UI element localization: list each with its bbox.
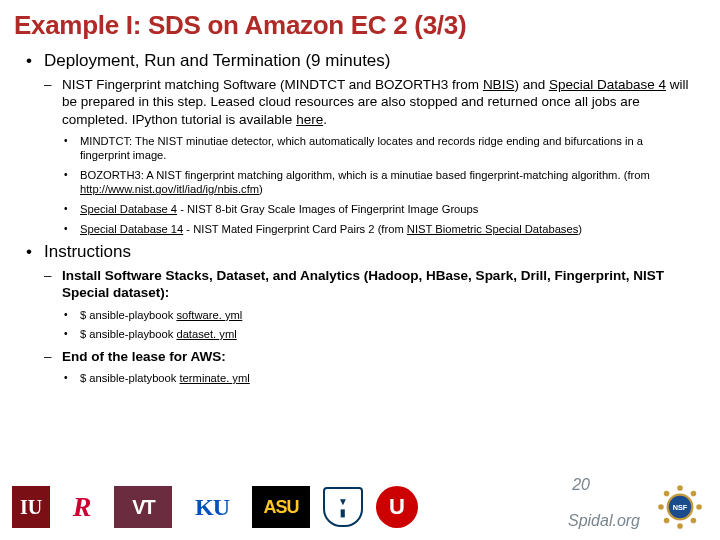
page-number: 20 — [572, 476, 590, 494]
svg-point-4 — [696, 504, 702, 510]
svg-point-8 — [658, 504, 664, 510]
link-specialdb4-inline[interactable]: Special Database 4 — [549, 77, 666, 92]
svg-point-5 — [691, 518, 697, 524]
sub-specialdb4: Special Database 4 - NIST 8-bit Gray Sca… — [62, 202, 694, 217]
logo-virginia-tech-icon: VT — [114, 486, 172, 528]
link-nbis[interactable]: NBIS — [483, 77, 515, 92]
footer: IU R VT KU ASU ▼▮ U 20 Spidal.org NSF — [0, 474, 720, 540]
svg-point-9 — [664, 491, 670, 497]
logo-rutgers-icon: R — [63, 486, 101, 528]
instr-end-lease: End of the lease for AWS: $ ansible-plat… — [44, 348, 694, 386]
link-here[interactable]: here — [296, 112, 323, 127]
svg-text:NSF: NSF — [673, 503, 688, 512]
site-label: Spidal.org — [568, 512, 640, 530]
sub-mindtct: MINDTCT: The NIST minutiae detector, whi… — [62, 134, 694, 163]
bullet-instructions-head: Instructions — [44, 242, 131, 261]
link-dataset-yml[interactable]: dataset. yml — [176, 328, 236, 340]
logo-nsf-icon: NSF — [652, 479, 708, 535]
link-specialdb4[interactable]: Special Database 4 — [80, 203, 177, 215]
cmd-terminate: $ ansible-platybook terminate. yml — [62, 371, 694, 386]
link-specialdb14[interactable]: Special Database 14 — [80, 223, 183, 235]
deployment-desc: NIST Fingerprint matching Software (MIND… — [44, 76, 694, 236]
svg-point-6 — [677, 523, 683, 529]
link-software-yml[interactable]: software. yml — [176, 309, 242, 321]
logo-asu-icon: ASU — [252, 486, 310, 528]
svg-point-2 — [677, 485, 683, 491]
bullet-deployment-head: Deployment, Run and Termination (9 minut… — [44, 51, 390, 70]
instr-install: Install Software Stacks, Dataset, and An… — [44, 267, 694, 342]
bullet-instructions: Instructions Install Software Stacks, Da… — [26, 242, 694, 385]
sub-bozorth3: BOZORTH3: A NIST fingerprint matching al… — [62, 168, 694, 197]
logo-indiana-icon: IU — [12, 486, 50, 528]
logo-kansas-icon: KU — [185, 486, 239, 528]
sub-specialdb14: Special Database 14 - NIST Mated Fingerp… — [62, 222, 694, 237]
logo-utah-icon: U — [376, 486, 418, 528]
slide-title: Example I: SDS on Amazon EC 2 (3/3) — [0, 0, 720, 51]
link-terminate-yml[interactable]: terminate. yml — [180, 372, 250, 384]
cmd-software: $ ansible-playbook software. yml — [62, 308, 694, 323]
bullet-deployment: Deployment, Run and Termination (9 minut… — [26, 51, 694, 236]
svg-point-7 — [664, 518, 670, 524]
slide-body: Deployment, Run and Termination (9 minut… — [0, 51, 720, 386]
cmd-dataset: $ ansible-playbook dataset. yml — [62, 327, 694, 342]
svg-point-3 — [691, 491, 697, 497]
link-nist-biometric[interactable]: NIST Biometric Special Databases — [407, 223, 578, 235]
logo-stonybrook-icon: ▼▮ — [323, 487, 363, 527]
link-nist-url[interactable]: http://www.nist.gov/itl/iad/ig/nbis.cfm — [80, 183, 259, 195]
